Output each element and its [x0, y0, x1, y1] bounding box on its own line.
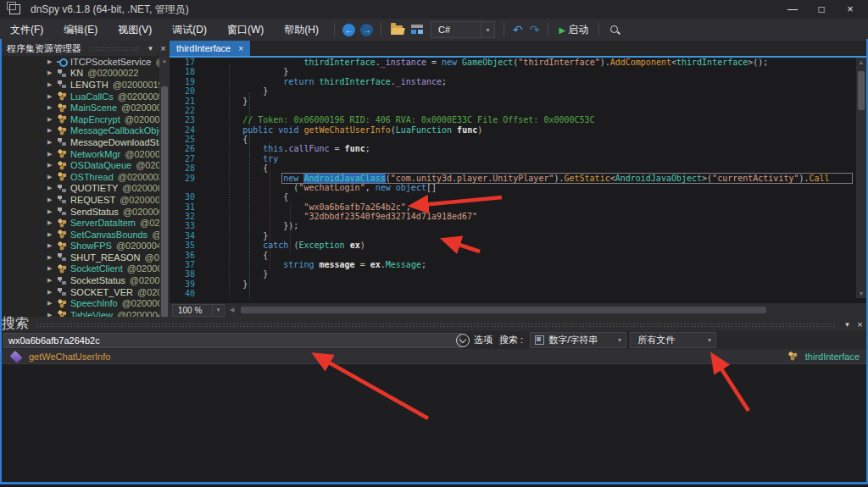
tree-item-MainScene[interactable]: ▶MainScene@02000057: [2, 102, 159, 113]
tree-item-QUOTIETY[interactable]: ▶QUOTIETY@0200001C: [2, 183, 159, 195]
close-button[interactable]: ×: [836, 0, 865, 19]
expander-icon[interactable]: ▶: [47, 277, 57, 284]
chevron-down-icon[interactable]: ▾: [704, 333, 715, 347]
tab-thirdinterface[interactable]: thirdInterface ×: [170, 41, 250, 56]
result-name[interactable]: getWeChatUserInfo: [29, 351, 110, 362]
expander-icon[interactable]: ▶: [47, 208, 57, 215]
tree-item-NetworkMgr[interactable]: ▶NetworkMgr@020000: [2, 148, 159, 160]
tree-item-ShowFPS[interactable]: ▶ShowFPS@0200004C: [2, 241, 159, 252]
tab-close-icon[interactable]: ×: [238, 44, 243, 53]
panel-close-icon[interactable]: ×: [157, 43, 170, 53]
expander-icon[interactable]: ▶: [47, 196, 57, 203]
expander-icon[interactable]: ▶: [47, 300, 57, 307]
zoom-level-select[interactable]: 100 %: [172, 304, 213, 317]
tree-item-SendStatus[interactable]: ▶SendStatus@02000065: [2, 206, 159, 218]
expander-icon[interactable]: ▶: [47, 81, 57, 88]
scroll-up-icon[interactable]: ▲: [856, 58, 866, 67]
navigate-back-button[interactable]: ←: [342, 24, 355, 36]
search-scope-select[interactable]: 所有文件 ▾: [630, 332, 716, 348]
tree-item-OSThread[interactable]: ▶OSThread@0200003F: [2, 171, 159, 183]
language-value: C#: [431, 25, 457, 35]
start-debug-icon[interactable]: ▶: [559, 25, 565, 35]
tree-item-LENGTH[interactable]: ▶LENGTH@02000019: [2, 79, 159, 91]
title-bar: dnSpy v6.1.8 (64-bit, .NET, 管理员) — □ ×: [0, 0, 868, 19]
scroll-up-icon[interactable]: ▲: [159, 56, 170, 65]
menu-item-2[interactable]: 视图(V): [108, 23, 162, 37]
tree-item-SocketClient[interactable]: ▶SocketClient@0200004: [2, 263, 159, 275]
tree-item-ServerDataItem[interactable]: ▶ServerDataItem@0200: [2, 217, 159, 229]
expander-icon[interactable]: ▶: [47, 219, 57, 226]
tree-item-SocketStatus[interactable]: ▶SocketStatus@020000: [2, 274, 159, 286]
tree-item-ITCPSocketService[interactable]: ▶ITCPSocketService@02: [2, 56, 159, 68]
editor-vertical-scrollbar[interactable]: ▲ ▼: [856, 58, 866, 298]
tree-item-MessageCallbackObjec[interactable]: ▶MessageCallbackObjec: [2, 125, 159, 137]
expander-icon[interactable]: ▶: [47, 289, 57, 296]
tree-item-SpeechInfo[interactable]: ▶SpeechInfo@0200006D: [2, 297, 159, 309]
panel-close-icon[interactable]: ×: [854, 319, 866, 329]
code-line: 18 }: [170, 67, 854, 76]
expander-icon[interactable]: ▶: [47, 174, 57, 180]
tree-item-token: @0200: [140, 218, 159, 228]
maximize-button[interactable]: □: [807, 0, 836, 19]
result-location[interactable]: thirdInterface: [805, 351, 860, 362]
redo-button[interactable]: ↷: [530, 23, 540, 36]
expander-icon[interactable]: ▶: [47, 162, 57, 169]
tree-item-KN[interactable]: ▶KN@02000022: [2, 68, 159, 80]
chevron-down-icon[interactable]: ▾: [614, 333, 626, 347]
minimize-button[interactable]: —: [778, 0, 807, 19]
navigate-forward-button[interactable]: →: [360, 24, 373, 36]
expander-icon[interactable]: ▶: [47, 242, 57, 249]
line-number: 37: [170, 260, 202, 269]
code-editor[interactable]: 17 thirdInterface._instance = new GameOb…: [170, 58, 854, 299]
expander-icon[interactable]: ▶: [47, 254, 57, 261]
panel-menu-icon[interactable]: ▾: [841, 320, 854, 329]
search-icon[interactable]: [609, 25, 620, 36]
expander-icon[interactable]: ▶: [47, 185, 57, 191]
delegate-icon: [57, 207, 67, 216]
expander-icon[interactable]: ▶: [47, 116, 57, 123]
editor-horizontal-scrollbar[interactable]: [241, 307, 766, 313]
tree-item-SHUT_REASON[interactable]: ▶SHUT_REASON@0200: [2, 252, 159, 263]
expander-icon[interactable]: ▶: [47, 139, 57, 146]
scrollbar-thumb[interactable]: [858, 71, 865, 110]
tree-item-MessageDownloadStat[interactable]: ▶MessageDownloadStat: [2, 136, 159, 148]
expander-icon[interactable]: ▶: [47, 265, 57, 272]
menu-item-0[interactable]: 文件(F): [0, 23, 53, 37]
chevron-down-icon[interactable]: ▾: [481, 22, 494, 37]
menu-item-5[interactable]: 帮助(H): [274, 23, 329, 37]
expander-icon[interactable]: ▶: [47, 58, 57, 65]
start-debug-label[interactable]: 启动: [568, 23, 588, 37]
search-result-row[interactable]: getWeChatUserInfo thirdInterface: [2, 349, 866, 364]
tree-item-SOCKET_VER[interactable]: ▶SOCKET_VER@020000: [2, 286, 159, 298]
search-type-select[interactable]: 数字/字符串 ▾: [530, 332, 626, 348]
tree-item-OSDataQueue[interactable]: ▶OSDataQueue@02000: [2, 159, 159, 171]
assembly-explorer-title: 程序集资源管理器: [7, 42, 81, 55]
options-chevron-icon[interactable]: [456, 334, 470, 347]
save-module-icon[interactable]: [411, 25, 423, 35]
tree-item-label: QUOTIETY: [70, 183, 118, 193]
tree-item-REQUEST[interactable]: ▶REQUEST@0200001B: [2, 194, 159, 206]
expander-icon[interactable]: ▶: [47, 104, 57, 111]
tree-item-MapEncrypt[interactable]: ▶MapEncrypt@0200003: [2, 113, 159, 125]
open-file-icon[interactable]: [391, 25, 403, 35]
expander-icon[interactable]: ▶: [47, 151, 57, 158]
menu-item-3[interactable]: 调试(D): [162, 23, 217, 37]
zoom-dropdown-icon[interactable]: ▾: [213, 304, 225, 317]
menu-item-4[interactable]: 窗口(W): [217, 23, 274, 37]
undo-button[interactable]: ↶: [513, 23, 523, 36]
expander-icon[interactable]: ▶: [47, 93, 57, 100]
expander-icon[interactable]: ▶: [47, 127, 57, 134]
expander-icon[interactable]: ▶: [47, 231, 57, 238]
search-input[interactable]: [3, 333, 461, 348]
scroll-down-icon[interactable]: ▼: [856, 289, 866, 298]
expander-icon[interactable]: ▶: [47, 69, 57, 76]
panel-menu-icon[interactable]: ▾: [144, 44, 157, 53]
tree-item-label: OSDataQueue: [70, 160, 131, 170]
tree-item-token: @0200005E: [118, 91, 159, 102]
menu-item-1[interactable]: 编辑(E): [53, 23, 108, 37]
language-select[interactable]: C# ▾: [431, 21, 495, 38]
tree-item-LuaCallCs[interactable]: ▶LuaCallCs@0200005E: [2, 91, 159, 102]
options-label[interactable]: 选项: [474, 334, 492, 346]
tree-item-SetCanvasBounds[interactable]: ▶SetCanvasBounds@02: [2, 229, 159, 241]
scroll-left-icon[interactable]: ◀: [230, 307, 234, 313]
